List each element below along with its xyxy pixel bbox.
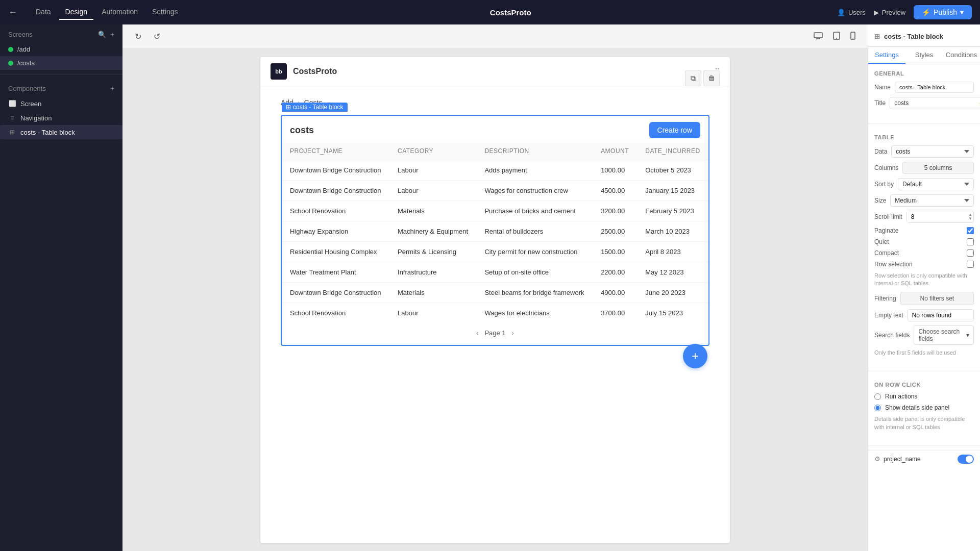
- scroll-down-arrow[interactable]: ▼: [968, 217, 972, 221]
- publish-button[interactable]: ⚡ Publish ▾: [914, 5, 972, 19]
- title-input[interactable]: [890, 97, 975, 109]
- title-label: Title: [874, 99, 886, 107]
- tab-panel-settings[interactable]: Settings: [868, 47, 905, 64]
- sidebar-item-screen[interactable]: ⬜ Screen: [0, 96, 122, 111]
- show-details-radio[interactable]: [874, 405, 881, 411]
- row-field-toggle[interactable]: [958, 455, 974, 464]
- cell-date-incurred: February 5 2023: [637, 201, 708, 221]
- sidebar-item-costs[interactable]: /costs: [0, 56, 122, 70]
- svg-rect-0: [814, 33, 822, 38]
- row-selection-checkbox[interactable]: [967, 261, 974, 268]
- sidebar-item-table-block[interactable]: ⊞ costs - Table block: [0, 125, 122, 139]
- redo-button[interactable]: ↺: [150, 30, 164, 43]
- play-icon: ▶: [874, 9, 879, 16]
- publish-icon: ⚡: [922, 8, 930, 16]
- name-input[interactable]: [895, 82, 974, 93]
- table-row[interactable]: School Renovation Materials Purchase of …: [282, 201, 708, 221]
- toolbar-left: ↻ ↺: [131, 30, 164, 43]
- table-row[interactable]: School Renovation Labour Wages for elect…: [282, 303, 708, 323]
- tab-automation[interactable]: Automation: [95, 5, 144, 20]
- table-row[interactable]: Downtown Bridge Construction Materials S…: [282, 283, 708, 303]
- col-date-incurred: DATE_INCURRED: [637, 142, 708, 160]
- mobile-view-button[interactable]: [846, 29, 860, 44]
- right-panel: ⊞ costs - Table block Settings Styles Co…: [868, 24, 980, 551]
- create-row-button[interactable]: Create row: [649, 122, 700, 138]
- sort-by-select[interactable]: Default: [898, 178, 974, 190]
- row-field-label: project_name: [884, 456, 921, 463]
- settings-icon: ⚙: [874, 455, 880, 463]
- cell-project-name: Residential Housing Complex: [282, 242, 389, 262]
- fab-button[interactable]: +: [683, 344, 707, 368]
- quiet-checkbox[interactable]: [967, 238, 974, 245]
- table-row[interactable]: Downtown Bridge Construction Labour Wage…: [282, 181, 708, 201]
- data-select[interactable]: costs: [891, 145, 974, 158]
- tablet-view-button[interactable]: [829, 29, 844, 44]
- table-row[interactable]: Downtown Bridge Construction Labour Adds…: [282, 160, 708, 181]
- desktop-view-button[interactable]: [810, 29, 827, 44]
- back-button[interactable]: ←: [8, 7, 17, 18]
- cell-description: Wages for electricians: [476, 303, 593, 323]
- col-project-name: PROJECT_NAME: [282, 142, 389, 160]
- search-fields-select[interactable]: Choose search fields ▾: [914, 325, 974, 345]
- columns-badge[interactable]: 5 columns: [902, 162, 974, 174]
- table-block: ⊞ costs - Table block costs Create row P…: [281, 115, 709, 346]
- empty-text-input[interactable]: [908, 310, 974, 321]
- tab-panel-styles[interactable]: Styles: [905, 47, 943, 64]
- duplicate-button[interactable]: ⧉: [685, 70, 701, 86]
- columns-label: Columns: [874, 164, 898, 171]
- table-row[interactable]: Residential Housing Complex Permits & Li…: [282, 242, 708, 262]
- table-row[interactable]: Highway Expansion Machinery & Equipment …: [282, 221, 708, 242]
- scroll-limit-input-wrapper: ▲ ▼: [906, 211, 974, 223]
- cell-category: Machinery & Equipment: [389, 221, 476, 242]
- scroll-limit-input[interactable]: [907, 211, 967, 222]
- run-actions-radio[interactable]: [874, 393, 881, 400]
- show-details-radio-row[interactable]: Show details side panel: [874, 404, 974, 411]
- paginate-row: Paginate: [874, 227, 974, 234]
- cell-project-name: School Renovation: [282, 303, 389, 323]
- paginate-checkbox[interactable]: [967, 227, 974, 234]
- add-screen-icon[interactable]: +: [110, 31, 114, 38]
- run-actions-radio-row[interactable]: Run actions: [874, 393, 974, 400]
- tab-settings[interactable]: Settings: [146, 5, 184, 20]
- title-bolt-icon[interactable]: ⚡: [975, 98, 980, 108]
- compact-checkbox[interactable]: [967, 249, 974, 257]
- cell-amount: 3200.00: [593, 201, 637, 221]
- cell-date-incurred: October 5 2023: [637, 160, 708, 181]
- tab-design[interactable]: Design: [59, 5, 94, 20]
- preview-button[interactable]: ▶ Preview: [874, 9, 905, 16]
- filtering-button[interactable]: No filters set: [900, 292, 974, 305]
- cell-category: Materials: [389, 201, 476, 221]
- users-button[interactable]: 👤 Users: [837, 9, 866, 16]
- size-label: Size: [874, 197, 886, 204]
- page-indicator: Page 1: [484, 329, 505, 337]
- delete-button[interactable]: 🗑: [703, 70, 720, 86]
- svg-point-7: [852, 38, 853, 39]
- next-page-button[interactable]: ›: [512, 329, 514, 337]
- center-canvas: ↻ ↺ bb CostsProto: [122, 24, 868, 551]
- cell-date-incurred: April 8 2023: [637, 242, 708, 262]
- cell-date-incurred: January 15 2023: [637, 181, 708, 201]
- navigation-icon: ≡: [8, 114, 16, 122]
- quiet-label: Quiet: [874, 238, 889, 245]
- tab-data[interactable]: Data: [30, 5, 57, 20]
- title-input-wrapper: ⚡: [890, 97, 980, 109]
- sidebar-item-add[interactable]: /add: [0, 42, 122, 56]
- tab-panel-conditions[interactable]: Conditions: [943, 47, 980, 64]
- on-row-click-divider: [868, 371, 980, 371]
- prev-page-button[interactable]: ‹: [476, 329, 478, 337]
- panel-title: costs - Table block: [884, 33, 943, 40]
- sidebar-item-navigation[interactable]: ≡ Navigation: [0, 111, 122, 125]
- add-component-icon[interactable]: +: [110, 85, 114, 92]
- table-row[interactable]: Water Treatment Plant Infrastructure Set…: [282, 262, 708, 283]
- cell-project-name: Downtown Bridge Construction: [282, 283, 389, 303]
- size-select[interactable]: Medium: [890, 194, 974, 207]
- general-label: GENERAL: [874, 70, 974, 77]
- cell-description: Setup of on-site office: [476, 262, 593, 283]
- paginate-label: Paginate: [874, 227, 898, 234]
- scroll-arrows[interactable]: ▲ ▼: [967, 212, 973, 222]
- search-fields-label: Search fields: [874, 332, 910, 339]
- cell-amount: 4500.00: [593, 181, 637, 201]
- undo-button[interactable]: ↻: [131, 30, 145, 43]
- scroll-limit-label: Scroll limit: [874, 213, 902, 220]
- search-icon[interactable]: 🔍: [98, 31, 106, 38]
